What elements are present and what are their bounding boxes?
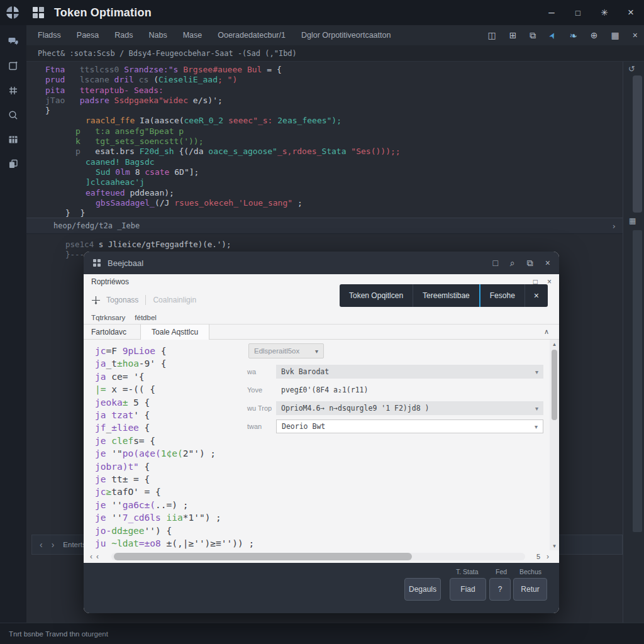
pin-icon[interactable]: ➤ [548, 30, 558, 40]
scroll-down-icon[interactable]: ▾ [550, 543, 559, 549]
code-token: dd±gee [111, 526, 144, 536]
menu-item[interactable]: Paesa [77, 31, 99, 40]
new-window-icon[interactable] [7, 60, 19, 72]
code-token: ' { [133, 410, 150, 420]
scroll-up-icon[interactable]: ▴ [550, 341, 559, 347]
footer-button[interactable]: Fiad [450, 578, 486, 601]
scroll-left-icon[interactable]: ‹ [96, 552, 99, 561]
code-token: =±o8 [139, 538, 161, 548]
dialog-tab[interactable]: Tqtrknsary [91, 314, 125, 321]
hscroll-track[interactable] [111, 553, 525, 560]
hscroll-thumb[interactable] [114, 553, 412, 560]
segmented-tab[interactable]: Fesohe [479, 284, 525, 307]
footer-button[interactable]: Degauls [404, 578, 441, 601]
dialog-tab[interactable]: fétdbel [135, 314, 157, 321]
file-tab-bar[interactable]: heop/fedg/t2a _Iebe › [26, 218, 623, 234]
code-token: "Ses()));; [351, 147, 400, 156]
crosshair-icon[interactable]: ⊕ [591, 31, 598, 40]
table-icon[interactable] [7, 133, 19, 146]
settings-icon[interactable]: ✳ [591, 8, 618, 18]
code-token: jo- [95, 526, 111, 536]
dialog-nav-secondary[interactable]: Coalnainligin [153, 296, 196, 304]
dialog-title: Beejcbaal [108, 258, 143, 268]
code-editor[interactable]: Ftna ttslcss0 Srandzse:"s Brgsee#aueee B… [26, 62, 623, 218]
code-token: { [139, 423, 150, 433]
grid-icon[interactable]: ▦ [611, 31, 619, 40]
code-token: t:a ansefg"Bpeat p [95, 126, 184, 136]
maximize-button[interactable]: □ [565, 8, 591, 18]
code-line: jTao padsre Ssdpgaeka"widec e/s)'; [45, 96, 623, 106]
scrollbar-thumb[interactable] [552, 350, 557, 420]
section-close-icon[interactable]: × [547, 277, 552, 286]
code-token: =F [106, 346, 122, 356]
menu-item[interactable]: Fladss [38, 31, 61, 40]
code-token: tafO' = { [111, 487, 161, 497]
editor-scroll-rail[interactable]: ↺ ▦ [623, 62, 644, 623]
footer-button[interactable]: Retur [513, 578, 547, 601]
hash-icon[interactable] [7, 84, 19, 97]
active-document-tab[interactable]: Toale Aqsttlcu [140, 325, 209, 340]
menu-item[interactable]: Dglor Orpotitiveortcaatton [301, 31, 391, 40]
code-line: pse1c4 s Jlieice/gtFeggadfte)(e.'); [45, 240, 623, 250]
dialog-nav-primary[interactable]: Togonass [106, 296, 138, 304]
copy-pages-icon[interactable] [7, 158, 19, 170]
code-token: ±(,|≥'')≥≡'')) ; [161, 538, 254, 548]
code-token: ju [95, 538, 111, 548]
select-field[interactable]: OprioM4.6→ n→dsqurgle9 '1 F2)jd8 ) ▾ [276, 401, 543, 415]
dialog-search-icon[interactable]: ⌕ [510, 258, 515, 267]
menu-item[interactable]: Rads [114, 31, 133, 40]
breadcrumb[interactable]: Phect& :sota:Scsb / Bdsy4-Feugeocbehar-S… [26, 45, 644, 62]
scrollbar-thumb-lower[interactable] [633, 230, 642, 532]
segmented-close-button[interactable]: × [525, 284, 548, 307]
select-field[interactable]: Bvk Barodat ▾ [276, 365, 543, 379]
scrollbar-thumb[interactable] [633, 75, 642, 213]
minimize-button[interactable]: – [538, 6, 565, 19]
code-token: ..=) ; [155, 500, 188, 510]
close-icon[interactable]: × [633, 31, 638, 40]
filter-dropdown[interactable]: Edlsperaitl5ox ▾ [248, 343, 324, 358]
scroll-left-icon[interactable]: ‹ [90, 552, 92, 561]
chevron-right-icon[interactable]: › [611, 221, 616, 231]
panel-left-icon[interactable]: ◫ [487, 31, 496, 40]
code-token: Seads: [134, 86, 164, 95]
dialog-section-title: Roptriéwos [91, 277, 129, 286]
select-value: Deorio Bwt [282, 422, 325, 431]
dialog-clipboard-icon[interactable]: ⧉ [527, 258, 533, 267]
menu-item[interactable]: Mase [183, 31, 203, 40]
leaf-icon[interactable]: ❧ [569, 31, 577, 40]
refresh-icon[interactable]: ↺ [628, 64, 635, 74]
dialog-maximize-button[interactable]: □ [493, 258, 498, 267]
code-token: csate [145, 167, 174, 177]
status-text: Tnrt bsnbe Travnd thn oturgent [9, 630, 108, 638]
close-button[interactable]: × [618, 6, 644, 19]
footer-button[interactable]: ? [489, 578, 511, 601]
rail-grid-icon[interactable]: ▦ [629, 216, 636, 225]
code-line: je ''ga6c±(..=) ; [95, 499, 241, 511]
segmented-tab[interactable]: Token Opqitlcen [340, 284, 413, 307]
scroll-right-icon[interactable]: › [547, 552, 549, 561]
segmented-tab[interactable]: Tereemlstibae [413, 284, 479, 307]
move-crosshair-icon [91, 296, 101, 305]
select-field[interactable]: Deorio Bwt ▾ [276, 419, 543, 433]
menu-item[interactable]: Ooeradedatecbur/1 [218, 31, 286, 40]
code-line: jc≥tafO' = { [95, 486, 241, 498]
search-icon[interactable] [7, 109, 19, 121]
chat-icon[interactable] [7, 35, 19, 48]
code-line: } } [45, 208, 623, 218]
clipboard-icon[interactable]: ⧉ [530, 31, 536, 40]
panel-add-icon[interactable]: ⊞ [509, 31, 517, 40]
code-token: Ia(aasce( [140, 116, 184, 125]
app-window: Token Optimation – □ ✳ × Flads [0, 0, 644, 644]
code-token: ]clcaaheac'j [86, 177, 145, 187]
dialog-horizontal-scrollbar[interactable]: ‹ ‹ 5 › [84, 550, 559, 563]
dialog-code-pane[interactable]: jc=F 9pLioe {ja_t±hoa-9' {ja ce= '{|= x … [84, 340, 241, 550]
app-grid-icon [33, 7, 44, 18]
forward-icon[interactable]: › [52, 540, 55, 550]
dialog-vertical-scrollbar[interactable]: ▴ ▾ [550, 340, 559, 550]
collapse-icon[interactable]: ∧ [544, 328, 549, 336]
menu-item[interactable]: Nabs [148, 31, 167, 40]
code-token: Sud [96, 167, 115, 177]
back-icon[interactable]: ‹ [40, 540, 43, 550]
code-token: caaned! [86, 157, 125, 167]
dialog-close-button[interactable]: × [545, 258, 550, 267]
